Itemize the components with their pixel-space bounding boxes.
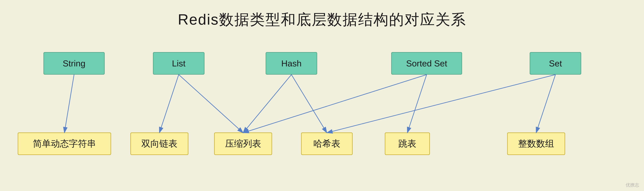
arrow-list-ziplist <box>179 75 243 133</box>
bottom-box-hashtable: 哈希表 <box>301 133 352 155</box>
top-box-sorted-set: Sorted Set <box>391 52 462 75</box>
arrow-list-linkedlist <box>160 75 179 133</box>
top-box-string: String <box>44 52 105 75</box>
diagram-area: StringListHashSorted SetSet简单动态字符串双向链表压缩… <box>8 39 636 184</box>
bottom-box-skiplist: 跳表 <box>385 133 430 155</box>
top-box-hash: Hash <box>266 52 317 75</box>
top-box-list: List <box>153 52 204 75</box>
watermark: 优撩志 <box>626 182 639 188</box>
arrow-sorted-set-skiplist <box>407 75 427 133</box>
arrow-set-intset <box>536 75 556 133</box>
bottom-box-linkedlist: 双向链表 <box>130 133 188 155</box>
top-box-set: Set <box>530 52 581 75</box>
bottom-box-intset: 整数数组 <box>507 133 565 155</box>
arrow-set-hashtable <box>327 75 556 133</box>
arrow-hash-ziplist <box>243 75 292 133</box>
page-title: Redis数据类型和底层数据结构的对应关系 <box>178 10 466 29</box>
arrow-sorted-set-ziplist <box>243 75 427 133</box>
arrow-string-sds <box>64 75 74 133</box>
page-container: Redis数据类型和底层数据结构的对应关系 StringListHashSort… <box>0 0 644 191</box>
bottom-box-sds: 简单动态字符串 <box>18 133 111 155</box>
arrow-hash-hashtable <box>292 75 327 133</box>
bottom-box-ziplist: 压缩列表 <box>214 133 272 155</box>
